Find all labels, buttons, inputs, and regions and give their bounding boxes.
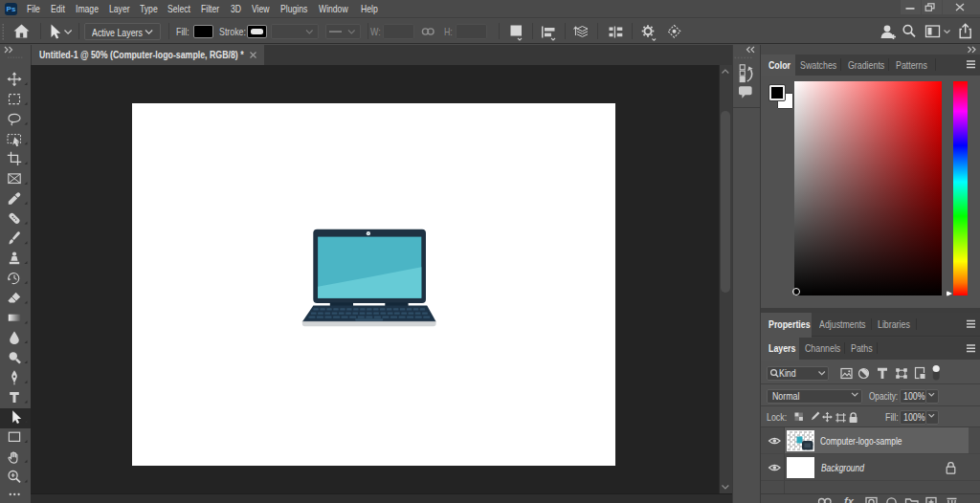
svg-text:fx: fx (844, 495, 855, 503)
